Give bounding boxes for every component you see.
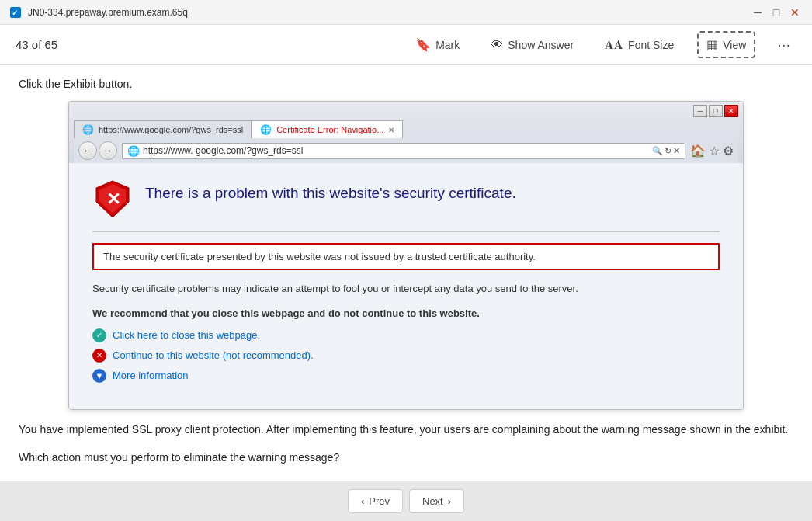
svg-text:✓: ✓	[12, 9, 18, 17]
cert-warning-text: The security certificate presented by th…	[103, 251, 536, 262]
forward-button[interactable]: →	[99, 141, 117, 160]
window-controls: ─ □ ✕	[750, 5, 803, 20]
minimize-button[interactable]: ─	[750, 5, 765, 20]
browser-maximize-btn[interactable]: □	[709, 105, 723, 117]
address-box[interactable]: 🌐 https://www. google.com/?gws_rds=ssl 🔍…	[122, 143, 685, 159]
toolbar-actions: 🔖 Mark 👁 Show Answer 𝐀𝐀 Font Size ▦ View…	[408, 31, 796, 58]
browser-titlebar: ─ □ ✕	[74, 105, 738, 120]
bottom-nav: ‹ Prev Next ›	[0, 481, 812, 521]
eye-icon: 👁	[491, 38, 503, 52]
mark-label: Mark	[435, 39, 460, 51]
close-button[interactable]: ✕	[787, 5, 803, 20]
view-icon: ▦	[706, 37, 718, 52]
browser-window: ─ □ ✕ 🌐 https://www.google.com/?gws_rds=…	[68, 101, 744, 410]
cert-warning-box: The security certificate presented by th…	[92, 243, 720, 270]
toolbar: 43 of 65 🔖 Mark 👁 Show Answer 𝐀𝐀 Font Si…	[0, 25, 812, 65]
info-icon: ▼	[92, 369, 106, 383]
cert-error-page: ✕ There is a problem with this website's…	[69, 163, 743, 409]
close-webpage-label: Click here to close this webpage.	[113, 329, 260, 341]
show-answer-button[interactable]: 👁 Show Answer	[483, 33, 581, 57]
more-info-label: More information	[113, 370, 189, 381]
browser-addressbar: ← → 🌐 https://www. google.com/?gws_rds=s…	[74, 138, 738, 163]
title-bar-left: ✓ JN0-334.prepaway.premium.exam.65q	[9, 6, 188, 19]
continue-link[interactable]: ✕ Continue to this website (not recommen…	[92, 349, 720, 363]
cert-links: ✓ Click here to close this webpage. ✕ Co…	[92, 328, 720, 383]
close-address-icon: ✕	[673, 146, 680, 156]
font-size-label: Font Size	[628, 39, 674, 51]
browser-minimize-btn[interactable]: ─	[693, 105, 707, 117]
cert-page-title: There is a problem with this website's s…	[145, 185, 516, 202]
browser-close-btn[interactable]: ✕	[724, 105, 738, 117]
cert-description: Security certificate problems may indica…	[92, 281, 720, 297]
next-label: Next	[422, 495, 443, 507]
check-icon: ✓	[92, 328, 106, 342]
refresh-icon: ↻	[665, 146, 671, 156]
prev-arrow-icon: ‹	[361, 495, 364, 507]
x-icon: ✕	[92, 349, 106, 363]
browser-tab-cert-error[interactable]: 🌐 Certificate Error: Navigatio... ✕	[252, 120, 403, 138]
cert-header: ✕ There is a problem with this website's…	[92, 179, 720, 219]
mark-button[interactable]: 🔖 Mark	[408, 33, 467, 57]
svg-text:✕: ✕	[106, 189, 120, 209]
question-text-2: Which action must you perform to elimina…	[19, 449, 793, 466]
star-icon[interactable]: ☆	[709, 144, 720, 158]
view-button[interactable]: ▦ View	[697, 31, 755, 58]
bookmark-icon: 🔖	[415, 37, 431, 52]
exhibit-instruction: Click the Exhibit button.	[19, 78, 793, 90]
address-actions: 🔍 ↻ ✕	[652, 146, 680, 156]
globe-icon: 🌐	[82, 124, 94, 135]
tab-close-icon[interactable]: ✕	[388, 126, 394, 134]
continue-label: Continue to this website (not recommende…	[113, 349, 314, 361]
address-text: https://www. google.com/?gws_rds=ssl	[143, 145, 649, 156]
tab-url-label: https://www.google.com/?gws_rds=ssl	[99, 125, 243, 134]
search-icon: 🔍	[652, 146, 663, 156]
font-icon: 𝐀𝐀	[605, 38, 623, 52]
question-counter: 43 of 65	[16, 38, 57, 51]
cert-error-icon: 🌐	[260, 124, 272, 135]
browser-chrome: ─ □ ✕ 🌐 https://www.google.com/?gws_rds=…	[69, 102, 743, 163]
close-webpage-link[interactable]: ✓ Click here to close this webpage.	[92, 328, 720, 342]
title-bar: ✓ JN0-334.prepaway.premium.exam.65q ─ □ …	[0, 0, 812, 25]
prev-button[interactable]: ‹ Prev	[348, 489, 403, 513]
maximize-button[interactable]: □	[769, 5, 784, 20]
cert-shield-icon: ✕	[92, 179, 133, 219]
back-button[interactable]: ←	[78, 141, 97, 160]
cert-divider	[92, 231, 720, 232]
browser-toolbar-right: 🏠 ☆ ⚙	[690, 144, 734, 158]
app-icon: ✓	[9, 6, 22, 19]
cert-recommend: We recommend that you close this webpage…	[92, 307, 720, 319]
font-size-button[interactable]: 𝐀𝐀 Font Size	[597, 33, 682, 57]
gear-icon[interactable]: ⚙	[723, 144, 734, 158]
browser-tab-url[interactable]: 🌐 https://www.google.com/?gws_rds=ssl	[74, 120, 252, 138]
next-button[interactable]: Next ›	[409, 489, 464, 513]
browser-tabs: 🌐 https://www.google.com/?gws_rds=ssl 🌐 …	[74, 120, 738, 138]
address-icon: 🌐	[127, 145, 140, 157]
show-answer-label: Show Answer	[508, 39, 574, 51]
view-label: View	[723, 39, 746, 51]
tab-cert-label: Certificate Error: Navigatio...	[276, 125, 383, 134]
question-text-1: You have implemented SSL proxy client pr…	[19, 421, 793, 438]
next-arrow-icon: ›	[448, 495, 451, 507]
title-text: JN0-334.prepaway.premium.exam.65q	[28, 7, 188, 18]
more-info-link[interactable]: ▼ More information	[92, 369, 720, 383]
nav-buttons: ← →	[78, 141, 117, 160]
prev-label: Prev	[369, 495, 390, 507]
home-icon[interactable]: 🏠	[690, 144, 706, 158]
main-content: Click the Exhibit button. ─ □ ✕ 🌐 https:…	[0, 65, 812, 481]
more-button[interactable]: ···	[771, 33, 796, 57]
